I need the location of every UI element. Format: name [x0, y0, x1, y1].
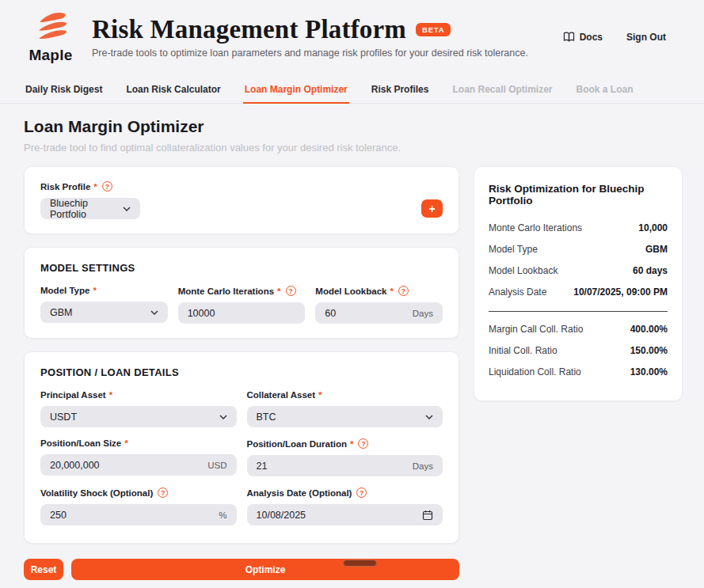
- loan-size-input-wrap: USD: [40, 454, 237, 476]
- tab-loan-margin-optimizer[interactable]: Loan Margin Optimizer: [243, 75, 349, 104]
- loan-size-field: Position/Loan Size * USD: [40, 438, 237, 476]
- analysis-date-field: Analysis Date (Optional) ?: [247, 487, 443, 525]
- ratio-row: Liquidation Coll. Ratio 130.00%: [489, 366, 668, 377]
- days-suffix: Days: [406, 461, 433, 471]
- add-risk-profile-button[interactable]: +: [421, 199, 443, 218]
- ratio-row-value: 130.00%: [630, 366, 668, 377]
- collateral-asset-label: Collateral Asset: [247, 390, 316, 400]
- collateral-asset-value: BTC: [257, 412, 276, 423]
- help-icon[interactable]: ?: [398, 286, 409, 296]
- risk-profile-select[interactable]: Bluechip Portfolio: [40, 198, 140, 219]
- required-mark: *: [277, 286, 280, 296]
- vol-shock-label: Volatility Shock (Optional): [40, 488, 153, 498]
- required-mark: *: [93, 286, 96, 295]
- docs-link[interactable]: Docs: [563, 32, 603, 43]
- required-mark: *: [109, 390, 112, 400]
- tab-book-a-loan[interactable]: Book a Loan: [575, 75, 635, 104]
- monte-carlo-field: Monte Carlo Iterations * ?: [178, 286, 306, 324]
- monte-carlo-input[interactable]: [188, 308, 296, 319]
- model-type-select[interactable]: GBM: [40, 302, 168, 323]
- risk-profile-value: Bluechip Portfolio: [50, 198, 123, 220]
- ratio-row: Margin Call Coll. Ratio 400.00%: [489, 324, 668, 335]
- model-lookback-input[interactable]: [325, 308, 405, 319]
- chevron-down-icon: [123, 207, 131, 211]
- help-icon[interactable]: ?: [102, 181, 112, 192]
- summary-row-label: Model Lookback: [489, 265, 557, 276]
- collateral-asset-select[interactable]: BTC: [247, 406, 443, 427]
- model-settings-title: MODEL SETTINGS: [40, 262, 443, 274]
- tab-daily-risk-digest[interactable]: Daily Risk Digest: [24, 75, 104, 104]
- principal-asset-select[interactable]: USDT: [40, 406, 237, 427]
- required-mark: *: [93, 182, 97, 192]
- position-loan-card: POSITION / LOAN DETAILS Principal Asset …: [24, 351, 459, 544]
- risk-optimization-summary-panel: Risk Optimization for Bluechip Portfolio…: [474, 166, 683, 401]
- ratio-row-label: Liquidation Coll. Ratio: [489, 366, 581, 377]
- app-header: Maple Risk Management Platform BETA Pre-…: [0, 0, 704, 72]
- help-icon[interactable]: ?: [358, 438, 368, 449]
- beta-badge: BETA: [416, 23, 451, 36]
- summary-title: Risk Optimization for Bluechip Portfolio: [489, 183, 668, 207]
- reset-button[interactable]: Reset: [24, 559, 63, 580]
- percent-suffix: %: [212, 510, 226, 520]
- required-mark: *: [390, 286, 393, 296]
- tab-loan-recall-optimizer[interactable]: Loan Recall Optimizer: [451, 75, 554, 104]
- analysis-date-label: Analysis Date (Optional): [247, 488, 352, 498]
- model-lookback-field: Model Lookback * ? Days: [315, 286, 443, 324]
- risk-profile-card: Risk Profile * ? Bluechip Portfolio +: [24, 166, 459, 234]
- summary-row-label: Monte Carlo Iterations: [489, 222, 582, 233]
- help-icon[interactable]: ?: [158, 487, 168, 498]
- page-title: Loan Margin Optimizer: [24, 117, 680, 136]
- analysis-date-input-wrap: [247, 504, 443, 525]
- summary-row-label: Model Type: [489, 244, 538, 255]
- model-type-field: Model Type * GBM: [40, 286, 168, 324]
- summary-row: Model Type GBM: [489, 244, 668, 255]
- duration-input-wrap: Days: [247, 455, 443, 476]
- risk-profile-label: Risk Profile: [40, 182, 90, 192]
- usd-suffix: USD: [201, 461, 226, 470]
- monte-carlo-label: Monte Carlo Iterations: [178, 286, 274, 296]
- chevron-down-icon: [425, 415, 433, 419]
- summary-row-label: Analysis Date: [489, 286, 546, 298]
- vol-shock-field: Volatility Shock (Optional) ? %: [40, 487, 237, 525]
- tab-risk-profiles[interactable]: Risk Profiles: [370, 75, 431, 104]
- tab-loan-risk-calculator[interactable]: Loan Risk Calculator: [124, 75, 222, 104]
- loan-size-label: Position/Loan Size: [40, 438, 121, 448]
- help-icon[interactable]: ?: [286, 286, 296, 296]
- loan-size-input[interactable]: [50, 460, 201, 471]
- docs-label: Docs: [580, 32, 603, 43]
- required-mark: *: [350, 439, 353, 449]
- summary-row-value: 10,000: [638, 222, 668, 233]
- maple-logo: Maple: [22, 9, 79, 64]
- duration-input[interactable]: [257, 461, 406, 472]
- days-suffix: Days: [406, 309, 433, 318]
- duration-label: Position/Loan Duration: [247, 439, 348, 449]
- ratio-row-label: Margin Call Coll. Ratio: [489, 324, 583, 335]
- scrollbar-thumb[interactable]: [343, 560, 377, 567]
- ratio-row: Initial Coll. Ratio 150.00%: [489, 345, 668, 356]
- page-subtitle: Pre-trade tool to find optimal collatera…: [24, 142, 680, 154]
- summary-row: Model Lookback 60 days: [489, 265, 668, 276]
- help-icon[interactable]: ?: [356, 487, 367, 498]
- analysis-date-input[interactable]: [257, 510, 423, 521]
- summary-row-value: 10/07/2025, 09:00 PM: [573, 286, 668, 298]
- app-title: Risk Management Platform: [92, 15, 406, 44]
- sign-out-link[interactable]: Sign Out: [626, 32, 666, 43]
- principal-asset-value: USDT: [50, 412, 77, 423]
- optimize-button[interactable]: Optimize: [71, 559, 459, 580]
- required-mark: *: [124, 438, 127, 448]
- calendar-icon[interactable]: [422, 510, 433, 521]
- summary-row-value: GBM: [645, 244, 668, 255]
- vol-shock-input-wrap: %: [40, 504, 237, 525]
- principal-asset-label: Principal Asset: [40, 390, 106, 400]
- chevron-down-icon: [150, 310, 158, 315]
- chevron-down-icon: [219, 415, 227, 419]
- ratio-row-label: Initial Coll. Ratio: [489, 345, 557, 356]
- required-mark: *: [318, 390, 322, 400]
- optimize-label: Optimize: [245, 564, 286, 575]
- app-subtitle: Pre-trade tools to optimize loan paramet…: [92, 47, 528, 59]
- position-loan-title: POSITION / LOAN DETAILS: [40, 366, 443, 378]
- duration-field: Position/Loan Duration * ? Days: [247, 438, 443, 476]
- maple-swoosh-icon: [30, 9, 71, 46]
- vol-shock-input[interactable]: [50, 510, 212, 521]
- ratio-row-value: 400.00%: [630, 324, 668, 335]
